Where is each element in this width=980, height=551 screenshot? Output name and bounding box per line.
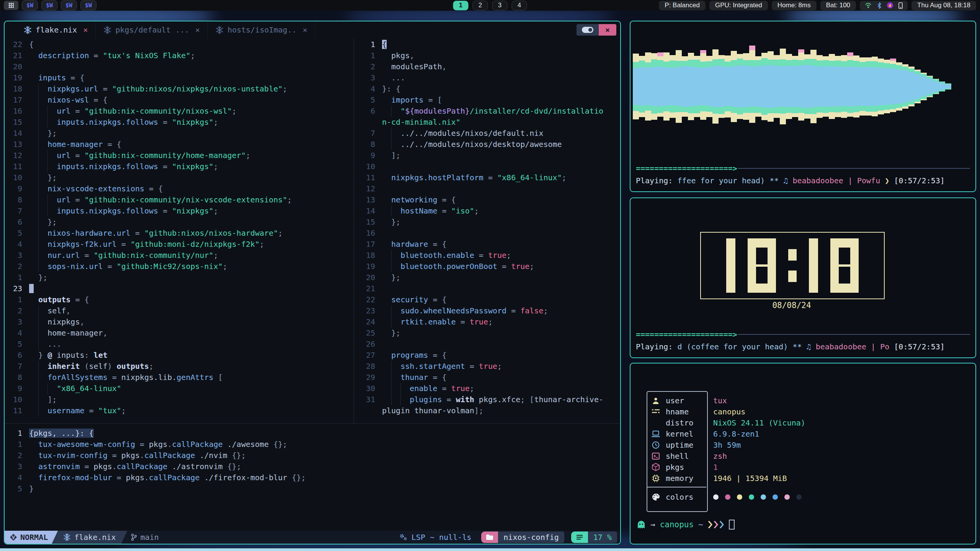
line-number: 2 (358, 61, 382, 72)
viz-column (651, 29, 657, 144)
line-number: 18 (5, 83, 29, 95)
code-line: 2 sops-nix.url = "github:Mic92/sops-nix"… (5, 261, 351, 272)
viz-column (774, 29, 780, 144)
lsp-segment: LSP ~ null-ls (399, 531, 472, 544)
taskbar-item[interactable]: $W (41, 0, 57, 10)
code-line: 6 } @ inputs: let (5, 350, 351, 361)
code-line: 1 outputs = { (5, 294, 351, 305)
code-line: 8 url = "github:nix-community/nix-vscode… (5, 194, 351, 205)
scroll-badge[interactable]: 17 % (571, 531, 617, 544)
viz-column (670, 29, 676, 144)
color-dot (725, 494, 730, 500)
code-line: plugin thunar-volman]; (358, 405, 620, 416)
gpu-pill[interactable]: GPU: Integrated (709, 1, 768, 10)
color-dot (713, 494, 719, 500)
line-number: 28 (358, 361, 382, 372)
line-number (358, 117, 382, 128)
line-number: 17 (358, 239, 382, 250)
code-line: 1 tux-awesome-wm-config = pkgs.callPacka… (5, 439, 620, 450)
code-line: 9 nix-vscode-extensions = { (5, 183, 351, 194)
branch-segment: main (131, 531, 159, 544)
line-number (358, 405, 382, 416)
line-number: 24 (358, 316, 382, 328)
line-number: 8 (358, 139, 382, 150)
launcher-button[interactable] (4, 1, 18, 10)
code-pane-left[interactable]: 22{21 description = "tux's NixOS Flake";… (5, 39, 351, 418)
line-number: 20 (358, 272, 382, 283)
tab-close-icon[interactable]: × (303, 25, 307, 34)
viz-column (927, 29, 933, 144)
chevron-icon (708, 520, 713, 529)
tab-close-icon[interactable]: × (83, 25, 88, 34)
project-badge[interactable]: nixos-config (481, 531, 564, 544)
code-line: 20 }; (358, 272, 620, 283)
line-number: 22 (5, 39, 29, 50)
horizontal-split-separator[interactable] (5, 423, 620, 424)
tray-pill (860, 1, 908, 10)
tab-label: flake.nix (36, 25, 77, 34)
code-line: 1{pkgs, ...}: { (5, 428, 620, 439)
fetch-label: hname (666, 407, 689, 416)
playing-text: Playing: (636, 176, 677, 185)
buffer-tabs: flake.nix×pkgs/default ...×hosts/isoImag… (16, 21, 315, 38)
line-number: 5 (5, 228, 29, 239)
window-controls: × (577, 24, 616, 36)
workspace-tag-1[interactable]: 1 (453, 1, 469, 10)
line-number: 2 (5, 305, 29, 316)
taskbar-item[interactable]: $W (22, 0, 38, 10)
tab-flake-nix[interactable]: flake.nix× (16, 21, 96, 38)
line-number: 15 (358, 217, 382, 228)
code-line: 17 nixos-wsl = { (5, 95, 351, 106)
bluetooth-icon[interactable] (877, 2, 882, 9)
phone-icon[interactable] (898, 2, 903, 9)
tab-pkgs-default-[interactable]: pkgs/default ...× (96, 21, 208, 38)
taskbar-item[interactable]: $W (61, 0, 77, 10)
audio-visualizer (633, 29, 951, 144)
playing-text: beabadoobee | Powfu (792, 176, 880, 185)
code-pane-bottom[interactable]: 1{pkgs, ...}: {1 tux-awesome-wm-config =… (5, 428, 620, 497)
wallpaper-bottom-strip (0, 548, 980, 551)
line-number: 20 (5, 61, 29, 72)
network-icon[interactable] (865, 2, 872, 8)
code-line: 25 }; (358, 328, 620, 339)
folder-icon (481, 531, 498, 543)
viz-column (804, 29, 810, 144)
taskbar-item[interactable]: $W (80, 0, 96, 10)
line-number: 21 (358, 283, 382, 294)
code-line: 16 (358, 228, 620, 239)
workspace-tag-2[interactable]: 2 (473, 1, 488, 10)
tab-hosts-isoImag-[interactable]: hosts/isoImag..× (208, 21, 315, 38)
user-icon (651, 397, 660, 404)
line-number: 19 (358, 261, 382, 272)
toggle-button[interactable] (577, 24, 599, 36)
window-close-button[interactable]: × (599, 24, 616, 36)
flame-icon[interactable] (887, 2, 893, 8)
shell-prompt[interactable]: → canopus ~ (637, 520, 735, 530)
code-line: 6 }; (5, 217, 351, 228)
tab-close-icon[interactable]: × (195, 25, 200, 34)
workspace-tag-4[interactable]: 4 (512, 1, 527, 10)
clock-pill[interactable]: Thu Aug 08, 18:18 (911, 1, 976, 10)
workspace-tag-3[interactable]: 3 (492, 1, 508, 10)
line-number: 4 (358, 83, 382, 95)
line-number: 16 (358, 228, 382, 239)
code-line: 28 ssh.startAgent = true; (358, 361, 620, 372)
power-profile-pill[interactable]: P: Balanced (659, 1, 706, 10)
viz-column (700, 29, 706, 144)
fetch-value: 1 (713, 463, 718, 472)
ping-pill[interactable]: Home: 8ms (772, 1, 817, 10)
line-number: 10 (5, 394, 29, 405)
line-number: 1 (5, 439, 29, 450)
viz-column (878, 29, 884, 144)
chevron-icon (714, 520, 719, 529)
progress-track (738, 334, 970, 335)
battery-pill[interactable]: Bat: 100 (820, 1, 856, 10)
code-pane-right[interactable]: 1{1 pkgs,2 modulesPath,3 ...4}: {5 impor… (358, 39, 620, 418)
vertical-split-separator[interactable] (354, 38, 354, 423)
code-line: 21 (358, 283, 620, 294)
viz-column (694, 29, 700, 144)
code-line: 3 astronvim = pkgs.callPackage ./astronv… (5, 461, 620, 472)
line-number: 19 (5, 72, 29, 83)
code-line: 3 nixpkgs, (5, 316, 351, 328)
editor-window: flake.nix×pkgs/default ...×hosts/isoImag… (4, 21, 621, 544)
